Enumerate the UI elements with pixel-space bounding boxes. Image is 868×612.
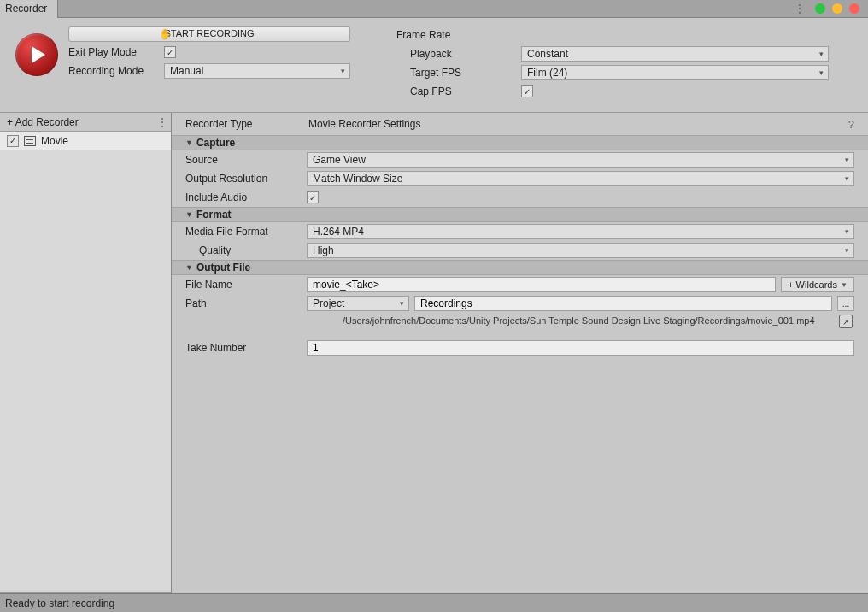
foldout-capture[interactable]: ▼ Capture: [172, 135, 868, 150]
path-label: Path: [185, 297, 302, 309]
chevron-down-icon: ▼: [185, 263, 193, 272]
add-recorder-button[interactable]: + Add Recorder: [7, 116, 79, 128]
source-label: Source: [185, 154, 307, 166]
window-controls: ⋮: [795, 3, 868, 15]
foldout-output-file[interactable]: ▼ Output File: [172, 260, 868, 275]
chevron-down-icon: ▼: [185, 210, 193, 219]
cap-fps-label: Cap FPS: [396, 85, 521, 97]
path-subdir-input[interactable]: [414, 296, 832, 311]
source-value: Game View: [313, 154, 366, 166]
help-icon[interactable]: ?: [848, 118, 854, 131]
playback-label: Playback: [396, 48, 521, 60]
target-fps-value: Film (24): [527, 67, 567, 79]
chevron-down-icon: ▼: [185, 138, 193, 147]
path-base-value: Project: [313, 297, 344, 309]
recorder-item-checkbox[interactable]: ✓: [7, 135, 19, 147]
movie-icon: [24, 136, 36, 146]
include-audio-label: Include Audio: [185, 191, 307, 203]
open-folder-icon[interactable]: ↗: [839, 315, 853, 328]
take-number-label: Take Number: [185, 342, 307, 354]
path-base-dropdown[interactable]: Project: [307, 296, 409, 311]
recording-mode-label: Recording Mode: [68, 65, 164, 77]
minimize-dot[interactable]: [815, 3, 825, 14]
output-resolution-value: Match Window Size: [313, 173, 402, 185]
browse-button[interactable]: ...: [837, 296, 854, 311]
include-audio-checkbox[interactable]: ✓: [307, 191, 319, 203]
sidebar-header: + Add Recorder ⋮: [0, 113, 171, 132]
header-left-group: START RECORDING ✋ Exit Play Mode ✓ Recor…: [68, 26, 350, 79]
output-resolution-dropdown[interactable]: Match Window Size: [307, 171, 854, 186]
browse-label: ...: [842, 299, 849, 309]
target-fps-dropdown[interactable]: Film (24): [521, 65, 829, 80]
sidebar-menu-icon[interactable]: ⋮: [157, 116, 166, 128]
chevron-down-icon: ▼: [841, 281, 847, 289]
take-number-input[interactable]: [307, 340, 854, 356]
close-dot[interactable]: [849, 3, 859, 14]
playback-value: Constant: [527, 48, 568, 60]
sidebar: + Add Recorder ⋮ ✓ Movie: [0, 113, 172, 593]
maximize-dot[interactable]: [832, 3, 842, 14]
quality-label: Quality: [185, 244, 307, 256]
target-fps-label: Target FPS: [396, 67, 521, 79]
full-path-text: /Users/johnfrench/Documents/Unity Projec…: [308, 315, 839, 327]
foldout-output-file-label: Output File: [196, 262, 250, 274]
foldout-format-label: Format: [196, 209, 232, 221]
header-panel: START RECORDING ✋ Exit Play Mode ✓ Recor…: [0, 18, 868, 113]
file-name-input[interactable]: [307, 277, 776, 292]
title-bar: Recorder ⋮: [0, 0, 868, 18]
cap-fps-checkbox[interactable]: ✓: [521, 85, 533, 97]
recorder-item-movie[interactable]: ✓ Movie: [0, 132, 171, 150]
inspector-header-row: Recorder Type Movie Recorder Settings ?: [172, 113, 868, 135]
recorder-type-value: Movie Recorder Settings: [308, 118, 420, 130]
wildcards-button[interactable]: + Wildcards ▼: [781, 277, 854, 292]
playback-dropdown[interactable]: Constant: [521, 46, 829, 62]
main-split: + Add Recorder ⋮ ✓ Movie Recorder Type M…: [0, 113, 868, 593]
foldout-capture-label: Capture: [196, 137, 235, 149]
quality-dropdown[interactable]: High: [307, 243, 854, 258]
recorder-item-label: Movie: [41, 135, 68, 147]
media-file-format-value: H.264 MP4: [313, 226, 364, 238]
foldout-format[interactable]: ▼ Format: [172, 207, 868, 222]
status-text: Ready to start recording: [5, 597, 114, 609]
frame-rate-label: Frame Rate: [396, 29, 450, 41]
play-button[interactable]: [15, 33, 58, 76]
recording-mode-value: Manual: [170, 65, 203, 77]
header-right-group: Frame Rate Playback Constant Target FPS …: [396, 26, 829, 100]
media-file-format-label: Media File Format: [185, 226, 307, 238]
window-tab[interactable]: Recorder: [0, 0, 58, 18]
source-dropdown[interactable]: Game View: [307, 152, 854, 168]
wildcards-label: + Wildcards: [788, 280, 837, 290]
quality-value: High: [313, 244, 334, 256]
recording-mode-dropdown[interactable]: Manual: [164, 63, 350, 79]
inspector: Recorder Type Movie Recorder Settings ? …: [172, 113, 868, 593]
exit-play-mode-label: Exit Play Mode: [68, 46, 164, 58]
window-title: Recorder: [5, 3, 47, 15]
start-recording-label: START RECORDING: [164, 28, 254, 38]
window-menu-icon[interactable]: ⋮: [795, 3, 803, 15]
start-recording-button[interactable]: START RECORDING ✋: [68, 26, 350, 42]
exit-play-mode-checkbox[interactable]: ✓: [164, 46, 176, 58]
file-name-label: File Name: [185, 279, 307, 291]
status-bar: Ready to start recording: [0, 593, 868, 612]
output-resolution-label: Output Resolution: [185, 173, 307, 185]
recorder-list: ✓ Movie: [0, 132, 171, 593]
full-path-readout-row: /Users/johnfrench/Documents/Unity Projec…: [172, 313, 868, 330]
play-icon: [32, 46, 45, 63]
media-file-format-dropdown[interactable]: H.264 MP4: [307, 224, 854, 239]
recorder-type-label: Recorder Type: [185, 118, 308, 130]
